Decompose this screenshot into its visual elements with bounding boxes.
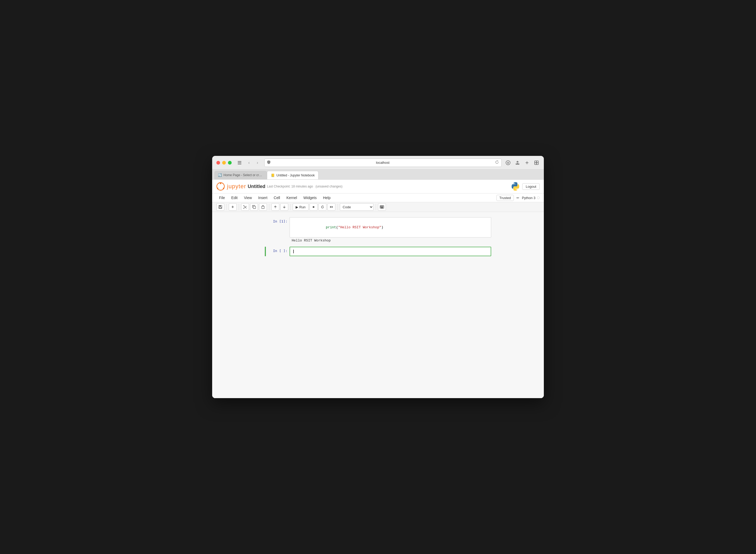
- browser-actions: [505, 160, 540, 166]
- svg-rect-22: [381, 206, 381, 207]
- address-bar-section: localhost: [264, 159, 502, 167]
- tab-jupyter-label: Untitled - Jupyter Notebook: [276, 173, 314, 177]
- cell-1: In [1]: print("Hello RSIT Workshop") Hel…: [265, 217, 491, 244]
- menu-widgets[interactable]: Widgets: [301, 195, 319, 201]
- cell-1-output-prompt: [265, 237, 289, 244]
- nav-buttons: ‹ ›: [245, 159, 261, 166]
- svg-rect-15: [219, 205, 221, 207]
- jupyter-header: jupyter Untitled Last Checkpoint: 18 min…: [212, 179, 544, 193]
- kernel-info: Python 3: [522, 196, 540, 200]
- cell-1-content[interactable]: print("Hello RSIT Workshop"): [290, 217, 491, 237]
- shield-icon: [267, 160, 270, 165]
- tab-home-favicon: 🔄: [218, 173, 222, 177]
- run-button[interactable]: ▶ Run: [293, 203, 308, 211]
- new-tab-button[interactable]: [524, 160, 530, 166]
- checkpoint-text: Last Checkpoint: 18 minutes ago: [267, 184, 313, 188]
- svg-rect-26: [381, 207, 381, 208]
- code-paren-open: (: [336, 225, 338, 229]
- svg-rect-0: [238, 161, 241, 162]
- svg-rect-19: [253, 206, 255, 209]
- cell-2-cursor: [293, 250, 294, 253]
- toolbar-separator-4: [290, 204, 291, 210]
- cell-1-prompt: In [1]:: [266, 217, 290, 237]
- svg-point-11: [220, 183, 221, 184]
- logout-button[interactable]: Logout: [522, 183, 540, 190]
- minimize-button[interactable]: [222, 161, 226, 165]
- keyboard-shortcuts-button[interactable]: [378, 203, 386, 211]
- code-keyword-print: print: [326, 225, 336, 229]
- back-button[interactable]: ‹: [245, 159, 253, 166]
- tab-home-label: Home Page - Select or create a notebook: [224, 173, 263, 177]
- notebook-area: In [1]: print("Hello RSIT Workshop") Hel…: [212, 212, 544, 398]
- jupyter-logo-area: jupyter Untitled Last Checkpoint: 18 min…: [216, 182, 343, 190]
- window-controls: [237, 160, 242, 165]
- tab-jupyter[interactable]: 📒 Untitled - Jupyter Notebook: [267, 171, 318, 179]
- toolbar-separator-1: [226, 204, 227, 210]
- restart-button[interactable]: [318, 203, 327, 211]
- cell-2-content[interactable]: [290, 247, 491, 256]
- share-button[interactable]: [514, 160, 521, 166]
- cell-type-select[interactable]: Code Markdown Raw NBConvert Heading: [340, 203, 373, 211]
- stop-button[interactable]: ■: [309, 203, 317, 211]
- notebook-name[interactable]: Untitled: [248, 184, 265, 189]
- download-button[interactable]: [505, 160, 511, 166]
- cell-2: In [ ]:: [265, 247, 491, 256]
- jupyter-content: jupyter Untitled Last Checkpoint: 18 min…: [212, 179, 544, 398]
- title-bar: ‹ › localhost: [212, 156, 544, 170]
- copy-button[interactable]: [250, 203, 258, 211]
- forward-button[interactable]: ›: [254, 159, 261, 166]
- cell-2-input: [290, 247, 491, 256]
- sidebar-toggle-button[interactable]: [237, 160, 242, 165]
- svg-rect-27: [381, 207, 382, 208]
- kernel-status-indicator: [537, 197, 540, 199]
- menu-edit[interactable]: Edit: [229, 195, 240, 201]
- svg-rect-30: [381, 208, 383, 208]
- maximize-button[interactable]: [228, 161, 232, 165]
- cut-button[interactable]: [241, 203, 249, 211]
- kernel-name: Python 3: [522, 196, 535, 200]
- tab-jupyter-favicon: 📒: [271, 173, 275, 177]
- menu-cell[interactable]: Cell: [271, 195, 283, 201]
- svg-point-13: [223, 187, 224, 189]
- add-cell-button[interactable]: +: [229, 203, 237, 211]
- cell-2-input-area: In [ ]:: [265, 247, 491, 256]
- python-logo-icon: [511, 182, 520, 191]
- cell-1-output: Hello RSIT Workshop: [289, 237, 491, 244]
- svg-rect-23: [381, 206, 382, 207]
- address-bar[interactable]: localhost: [264, 159, 502, 167]
- windows-button[interactable]: [533, 160, 540, 166]
- checkpoint-info: Last Checkpoint: 18 minutes ago (unsaved…: [267, 184, 343, 188]
- cell-1-output-area: Hello RSIT Workshop: [265, 237, 491, 244]
- tab-home[interactable]: 🔄 Home Page - Select or create a noteboo…: [214, 171, 267, 179]
- menu-view[interactable]: View: [241, 195, 254, 201]
- menu-insert[interactable]: Insert: [255, 195, 270, 201]
- url-text: localhost: [273, 161, 493, 165]
- toolbar-separator-6: [375, 204, 376, 210]
- code-string: "Hello RSIT Workshop": [338, 225, 382, 229]
- run-icon: ▶: [296, 205, 298, 209]
- menu-help[interactable]: Help: [321, 195, 333, 201]
- menu-file[interactable]: File: [216, 195, 228, 201]
- run-label: Run: [299, 205, 306, 209]
- svg-rect-1: [238, 162, 241, 163]
- save-button[interactable]: [216, 203, 224, 211]
- traffic-lights: [216, 161, 232, 165]
- svg-rect-6: [535, 161, 536, 163]
- fast-forward-button[interactable]: [328, 203, 335, 211]
- move-up-button[interactable]: [272, 203, 279, 211]
- svg-point-12: [217, 187, 218, 189]
- svg-rect-24: [382, 206, 383, 207]
- svg-rect-2: [238, 164, 241, 164]
- close-button[interactable]: [216, 161, 220, 165]
- trusted-button[interactable]: Trusted: [497, 195, 514, 201]
- jupyter-header-right: Logout: [511, 182, 540, 191]
- cell-1-input-area: In [1]: print("Hello RSIT Workshop"): [265, 217, 491, 237]
- cell-2-prompt: In [ ]:: [266, 247, 290, 256]
- edit-notebook-icon[interactable]: ✏: [515, 195, 521, 201]
- menu-bar: File Edit View Insert Cell Kernel Widget…: [212, 193, 544, 202]
- menu-kernel[interactable]: Kernel: [284, 195, 300, 201]
- paste-button[interactable]: [259, 203, 267, 211]
- refresh-icon[interactable]: [495, 160, 499, 165]
- svg-rect-9: [536, 163, 538, 165]
- move-down-button[interactable]: [280, 203, 288, 211]
